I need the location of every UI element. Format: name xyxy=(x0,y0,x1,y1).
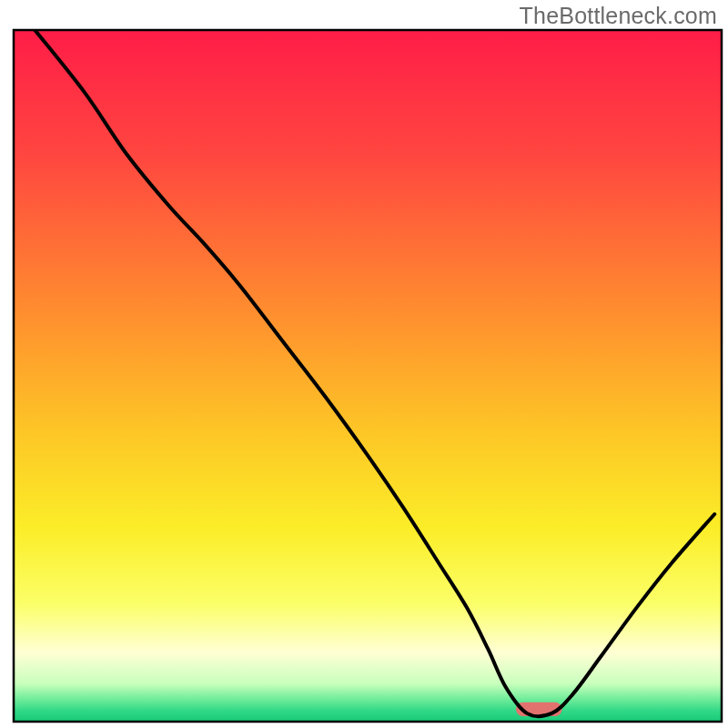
gradient-background xyxy=(14,30,722,722)
chart-stage: TheBottleneck.com xyxy=(0,0,728,728)
bottleneck-chart xyxy=(0,0,728,728)
